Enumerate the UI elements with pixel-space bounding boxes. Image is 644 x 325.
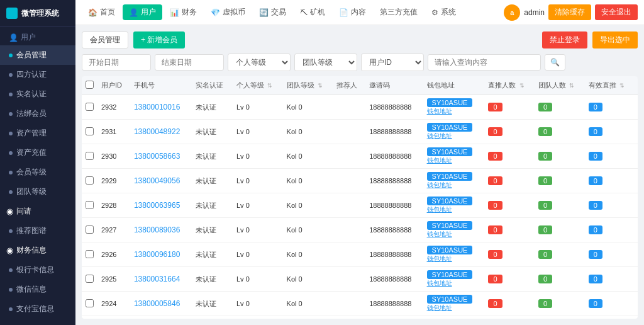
cell-phone: 13800049056 <box>130 169 192 193</box>
sidebar-group-finance[interactable]: ◉ 财务信息 <box>0 241 75 260</box>
wallet-addr-link[interactable]: 钱包地址 <box>427 206 452 213</box>
content-icon: 📄 <box>339 8 348 17</box>
row-checkbox[interactable] <box>86 152 94 160</box>
sidebar-item-asset-manage[interactable]: 资产管理 <box>0 123 75 143</box>
dot-icon <box>9 93 13 96</box>
cell-team: 0 <box>535 120 585 144</box>
new-member-button[interactable]: + 新增会员 <box>133 31 185 48</box>
phone-link[interactable]: 13800010016 <box>134 103 180 111</box>
home-icon: 🏠 <box>88 8 97 17</box>
phone-link[interactable]: 13800031664 <box>134 275 180 283</box>
cell-phone: 13800019434 <box>130 316 192 319</box>
sidebar-item-real-auth[interactable]: 实名认证 <box>0 84 75 104</box>
sidebar-item-asset-recharge[interactable]: 资产充值 <box>0 143 75 162</box>
nav-content[interactable]: 📄 内容 <box>333 4 372 20</box>
cell-user-id: 2931 <box>97 120 130 144</box>
nav-system[interactable]: ⚙ 系统 <box>425 4 462 20</box>
sidebar-item-bank[interactable]: 银行卡信息 <box>0 260 75 280</box>
stop-login-button[interactable]: 禁止登录 <box>542 31 587 48</box>
wallet-addr-link[interactable]: 钱包地址 <box>427 255 452 262</box>
cell-auth: 未认证 <box>192 242 233 267</box>
nav-home[interactable]: 🏠 首页 <box>82 4 121 20</box>
cell-direct: 0 <box>484 144 535 169</box>
cache-clear-button[interactable]: 清除缓存 <box>548 4 591 20</box>
nav-user[interactable]: 👤 用户 <box>123 4 162 20</box>
nav-trade[interactable]: 🔄 交易 <box>253 4 292 20</box>
dot-icon <box>9 73 13 77</box>
sidebar-section-user: 👤 用户 <box>0 27 75 45</box>
team-badge: 0 <box>538 201 552 210</box>
team-badge: 0 <box>538 299 552 308</box>
wallet-code-badge: SY10ASUE <box>427 221 473 230</box>
sidebar-item-referral-map[interactable]: 推荐图谱 <box>0 221 75 241</box>
phone-link[interactable]: 13800096180 <box>134 250 180 259</box>
cell-exp: 0 <box>635 218 638 242</box>
dot-icon <box>9 132 13 135</box>
phone-link[interactable]: 13800048922 <box>134 127 180 136</box>
sidebar-item-bound-member[interactable]: 法绑会员 <box>0 104 75 123</box>
nav-crypto[interactable]: 💎 虚拟币 <box>204 4 252 20</box>
nav-finance[interactable]: 📊 财务 <box>164 4 203 20</box>
nav-miner[interactable]: ⛏ 矿机 <box>294 4 331 20</box>
direct-badge: 0 <box>488 176 502 185</box>
nav-third-party[interactable]: 第三方充值 <box>374 4 424 20</box>
row-checkbox[interactable] <box>86 103 94 111</box>
row-checkbox[interactable] <box>86 225 94 234</box>
sidebar-group-inquiry[interactable]: ◉ 问请 <box>0 202 75 221</box>
phone-link[interactable]: 13800005846 <box>134 299 180 308</box>
end-date-input[interactable] <box>155 54 224 71</box>
logout-button[interactable]: 安全退出 <box>595 4 638 20</box>
row-checkbox[interactable] <box>86 176 94 185</box>
sidebar-item-alipay[interactable]: 支付宝信息 <box>0 299 75 319</box>
sidebar-label: 实名认证 <box>16 89 47 100</box>
cell-auth: 未认证 <box>192 144 233 169</box>
cell-team-level: Kol 0 <box>283 292 333 316</box>
cell-referrer <box>333 242 365 267</box>
wallet-addr-link[interactable]: 钱包地址 <box>427 157 452 164</box>
team-level-select[interactable]: 团队等级 <box>294 54 357 71</box>
cell-valid-direct: 0 <box>585 95 635 120</box>
row-checkbox[interactable] <box>86 127 94 135</box>
wallet-addr-link[interactable]: 钱包地址 <box>427 132 452 139</box>
phone-link[interactable]: 13800058663 <box>134 152 180 161</box>
cell-wallet: SY10ASUE 钱包地址 <box>423 267 485 292</box>
cell-phone: 13800005846 <box>130 292 192 316</box>
wallet-addr-link[interactable]: 钱包地址 <box>427 280 452 287</box>
row-checkbox[interactable] <box>86 275 94 283</box>
personal-level-select[interactable]: 个人等级 <box>228 54 291 71</box>
cell-user-id: 2932 <box>97 95 130 120</box>
search-input[interactable] <box>428 54 541 71</box>
sidebar-item-member-manage[interactable]: 会员管理 <box>0 45 75 65</box>
user-id-select[interactable]: 用户ID <box>361 54 424 71</box>
row-checkbox[interactable] <box>86 250 94 258</box>
direct-badge: 0 <box>488 225 502 234</box>
wallet-addr-link[interactable]: 钱包地址 <box>427 304 452 311</box>
sidebar-label: 推荐图谱 <box>16 225 47 236</box>
export-button[interactable]: 导出选中 <box>592 31 638 48</box>
row-checkbox[interactable] <box>86 201 94 209</box>
phone-link[interactable]: 13800063965 <box>134 201 180 210</box>
table-row: 2923 13800019434 未认证 Lv 0 Kol 0 18888888… <box>82 316 638 319</box>
dot-icon <box>9 288 13 292</box>
dot-icon <box>9 229 13 233</box>
phone-link[interactable]: 13800089036 <box>134 225 180 234</box>
wallet-code-badge: SY10ASUE <box>427 147 473 156</box>
sidebar-item-team-level[interactable]: 团队等级 <box>0 182 75 202</box>
phone-link[interactable]: 13800049056 <box>134 176 180 185</box>
wallet-addr-link[interactable]: 钱包地址 <box>427 231 452 237</box>
search-button[interactable]: 🔍 <box>545 54 565 71</box>
select-all-checkbox[interactable] <box>86 81 94 89</box>
wallet-addr-link[interactable]: 钱包地址 <box>427 181 452 188</box>
valid-direct-badge: 0 <box>589 299 602 308</box>
cell-level: Lv 0 <box>233 218 283 242</box>
sidebar-item-wechat[interactable]: 微信信息 <box>0 280 75 299</box>
wallet-addr-link[interactable]: 钱包地址 <box>427 108 452 115</box>
cell-direct: 0 <box>484 120 535 144</box>
sidebar-item-four-auth[interactable]: 四方认证 <box>0 65 75 84</box>
wallet-code-badge: SY10ASUE <box>427 123 473 132</box>
sidebar-item-member-level[interactable]: 会员等级 <box>0 162 75 182</box>
start-date-input[interactable] <box>82 54 151 71</box>
cell-wallet: SY10ASUE 钱包地址 <box>423 193 485 218</box>
row-checkbox[interactable] <box>86 299 94 307</box>
cell-level: Lv 0 <box>233 242 283 267</box>
